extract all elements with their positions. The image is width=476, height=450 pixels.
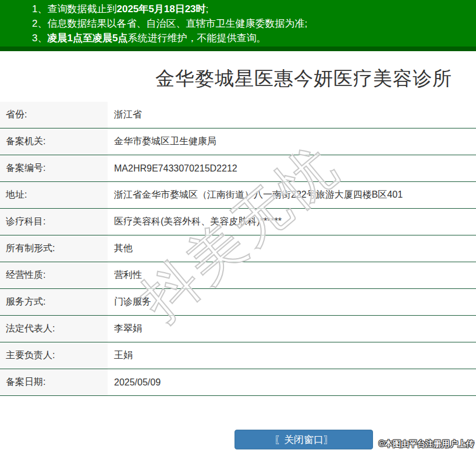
row-value: 金华市婺城区卫生健康局	[108, 128, 216, 155]
notice-text-pre: 查询数据截止到	[47, 3, 116, 15]
row-value: 2025/05/09	[108, 369, 161, 395]
record-table: 省份: 浙江省 备案机关: 金华市婺城区卫生健康局 备案编号: MA2HR9E7…	[0, 102, 476, 396]
row-label: 主要负责人:	[0, 342, 108, 369]
row-value: 门诊服务	[108, 289, 151, 315]
row-label: 经营性质:	[0, 262, 108, 288]
row-label: 备案编号:	[0, 155, 108, 181]
table-row: 备案编号: MA2HR9E7433070215D2212	[0, 155, 476, 182]
table-row: 经营性质: 营利性	[0, 262, 476, 289]
row-label: 服务方式:	[0, 289, 108, 315]
notice-number: 2、	[32, 18, 47, 29]
table-row: 服务方式: 门诊服务	[0, 289, 476, 316]
notice-banner: 1、查询数据截止到2025年5月18日23时; 2、信息数据结果以各省、自治区、…	[0, 0, 476, 51]
table-row: 所有制形式: 其他	[0, 235, 476, 262]
row-value: 医疗美容科(美容外科、美容皮肤科)******	[108, 209, 282, 235]
row-value: 浙江省金华市婺城区（江南街道）八一南街222号旅游大厦四楼B区401	[108, 182, 403, 208]
notice-line: 1、查询数据截止到2025年5月18日23时;	[32, 2, 476, 16]
table-row: 备案机关: 金华市婺城区卫生健康局	[0, 128, 476, 155]
row-label: 备案日期:	[0, 369, 108, 395]
notice-text-pre: 信息数据结果以各省、自治区、直辖市卫生健康委数据为准;	[47, 18, 307, 29]
row-value: 王娟	[108, 342, 133, 369]
table-row: 法定代表人: 李翠娟	[0, 316, 476, 342]
notice-text-bold: 凌晨1点至凌晨5点	[47, 33, 127, 44]
page: 1、查询数据截止到2025年5月18日23时; 2、信息数据结果以各省、自治区、…	[0, 0, 476, 449]
notice-line: 3、凌晨1点至凌晨5点系统进行维护，不能提供查询。	[32, 31, 476, 45]
row-value: 浙江省	[108, 102, 142, 128]
table-row: 诊疗科目: 医疗美容科(美容外科、美容皮肤科)******	[0, 209, 476, 235]
notice-line: 2、信息数据结果以各省、自治区、直辖市卫生健康委数据为准;	[32, 16, 476, 31]
uploader-copyright-stamp: ©本图由平台注册用户上传	[379, 439, 474, 449]
row-label: 备案机关:	[0, 128, 108, 155]
row-label: 诊疗科目:	[0, 209, 108, 235]
row-label: 地址:	[0, 182, 108, 208]
notice-text-bold: 2025年5月18日23时	[116, 3, 205, 15]
table-row: 地址: 浙江省金华市婺城区（江南街道）八一南街222号旅游大厦四楼B区401	[0, 182, 476, 209]
row-value: MA2HR9E7433070215D2212	[108, 155, 237, 181]
row-value: 其他	[108, 235, 133, 262]
page-title: 金华婺城星医惠今妍医疗美容诊所	[0, 66, 476, 90]
row-value: 营利性	[108, 262, 142, 288]
table-row: 主要负责人: 王娟	[0, 342, 476, 369]
row-value: 李翠娟	[108, 316, 142, 342]
close-window-button[interactable]: 〖关闭窗口〗	[235, 430, 373, 449]
notice-text-post: 系统进行维护，不能提供查询。	[127, 33, 266, 44]
row-label: 所有制形式:	[0, 235, 108, 262]
notice-text-post: ;	[206, 3, 209, 15]
notice-number: 1、	[32, 3, 47, 15]
table-row: 省份: 浙江省	[0, 102, 476, 128]
notice-number: 3、	[32, 33, 47, 44]
table-row: 备案日期: 2025/05/09	[0, 369, 476, 396]
row-label: 省份:	[0, 102, 108, 128]
row-label: 法定代表人:	[0, 316, 108, 342]
